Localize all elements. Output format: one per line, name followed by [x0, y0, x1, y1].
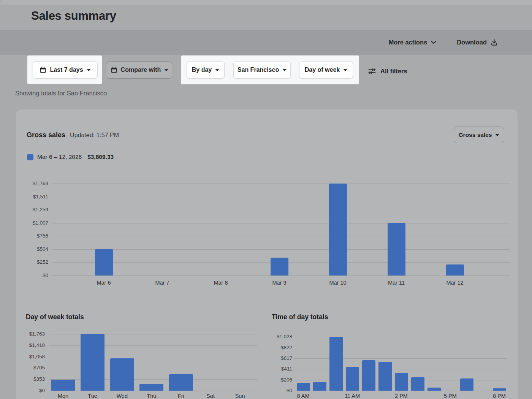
bar-8-pm[interactable]: [493, 388, 506, 391]
x-axis-tick-label: 8 PM: [486, 393, 513, 399]
gridline: [294, 358, 507, 359]
bar-8-am[interactable]: [297, 383, 310, 391]
bar-12-pm[interactable]: [362, 360, 375, 391]
bar-2-pm[interactable]: [395, 373, 408, 391]
x-axis-tick-label: 2 PM: [388, 393, 415, 399]
y-axis-tick-label: $206: [262, 377, 292, 383]
gridline: [294, 391, 507, 391]
bar-1-pm[interactable]: [378, 362, 392, 391]
y-axis-tick-label: $411: [262, 366, 292, 372]
y-axis-tick-label: $822: [262, 344, 292, 351]
gridline: [294, 348, 507, 348]
x-axis-tick-label: 5 PM: [437, 393, 464, 399]
bar-9-am[interactable]: [313, 382, 326, 391]
bar-3-pm[interactable]: [411, 377, 424, 391]
x-axis-tick-label: 11 AM: [339, 393, 366, 399]
y-axis-tick-label: $617: [262, 355, 292, 362]
gridline: [294, 337, 507, 337]
bar-11-am[interactable]: [346, 367, 359, 391]
x-axis-tick-label: 8 AM: [290, 393, 317, 399]
y-axis-tick-label: $1,028: [262, 333, 292, 340]
bar-6-pm[interactable]: [460, 378, 473, 391]
time-of-day-chart: $1,028$822$617$411$206$08 AM11 AM2 PM5 P…: [0, 0, 532, 399]
sales-summary-page: Sales summary More actions Download: [0, 0, 532, 399]
bar-10-am[interactable]: [329, 337, 343, 391]
gridline: [294, 369, 507, 369]
y-axis-tick-label: $0: [262, 387, 292, 394]
bar-4-pm[interactable]: [428, 388, 441, 391]
